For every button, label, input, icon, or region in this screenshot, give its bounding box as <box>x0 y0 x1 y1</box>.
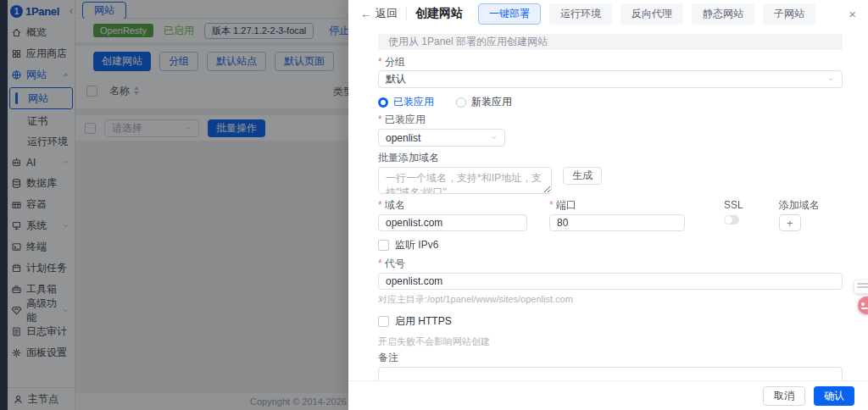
domain-label: 域名 <box>378 199 527 211</box>
drawer-title: 创建网站 <box>415 6 463 21</box>
radio-dot-icon <box>456 97 466 108</box>
https-label: 启用 HTTPS <box>395 314 452 329</box>
add-domain-button[interactable]: + <box>779 214 801 231</box>
bulk-domain-label: 批量添加域名 <box>378 152 843 163</box>
installed-app-radio[interactable]: 已装应用 <box>378 95 434 109</box>
confirm-button[interactable]: 确认 <box>814 386 854 406</box>
tab-static-website[interactable]: 静态网站 <box>692 3 754 25</box>
ssl-label: SSL <box>724 199 743 211</box>
installed-app-label: 已装应用 <box>378 114 843 125</box>
domain-input[interactable] <box>378 214 527 231</box>
https-checkbox[interactable] <box>378 316 389 327</box>
remark-textarea[interactable] <box>378 367 843 380</box>
ipv6-checkbox-row[interactable]: 监听 IPv6 <box>378 238 843 252</box>
back-arrow-icon: ← <box>360 8 371 20</box>
https-checkbox-row[interactable]: 启用 HTTPS <box>378 314 843 329</box>
chevron-down-icon <box>827 75 835 83</box>
installed-app-select[interactable]: openlist <box>378 129 505 147</box>
tab-one-click-deploy[interactable]: 一键部署 <box>478 3 541 25</box>
port-label: 端口 <box>549 199 685 211</box>
alias-input[interactable] <box>378 273 843 290</box>
alias-label: 代号 <box>378 258 843 269</box>
new-app-radio[interactable]: 新装应用 <box>456 95 512 109</box>
domain-port-row: 域名 端口 SSL 添加域名 + <box>378 199 843 231</box>
generate-button[interactable]: 生成 <box>563 167 602 185</box>
bulk-domain-row: 生成 <box>378 167 843 194</box>
tab-subsite[interactable]: 子网站 <box>763 3 815 25</box>
app-source-radios: 已装应用 新装应用 <box>378 95 843 109</box>
remark-label: 备注 <box>378 352 843 363</box>
create-website-drawer: ← 返回 创建网站 一键部署 运行环境 反向代理 静态网站 子网站 × 使用从 … <box>348 0 868 410</box>
close-icon[interactable]: × <box>849 8 856 20</box>
group-label: 分组 <box>378 56 843 68</box>
ipv6-checkbox[interactable] <box>378 240 389 251</box>
header-divider <box>406 8 407 19</box>
info-banner: 使用从 1Panel 部署的应用创建网站 <box>378 34 843 50</box>
tab-reverse-proxy[interactable]: 反向代理 <box>620 3 683 25</box>
tab-runtime[interactable]: 运行环境 <box>549 3 612 25</box>
back-button[interactable]: ← 返回 <box>360 6 398 21</box>
ssl-toggle[interactable] <box>724 215 739 224</box>
ipv6-label: 监听 IPv6 <box>395 238 438 252</box>
add-domain-label: 添加域名 <box>779 199 820 211</box>
drawer-header: ← 返回 创建网站 一键部署 运行环境 反向代理 静态网站 子网站 × <box>348 0 868 27</box>
drawer-footer: 取消 确认 <box>348 380 868 410</box>
drawer-form: 使用从 1Panel 部署的应用创建网站 分组 默认 已装应用 新装应用 已装应… <box>348 27 868 380</box>
cancel-button[interactable]: 取消 <box>763 386 805 406</box>
chevron-down-icon <box>490 134 498 141</box>
assistant-button[interactable] <box>858 296 868 314</box>
port-input[interactable] <box>549 214 685 231</box>
radio-dot-icon <box>378 97 388 108</box>
app-screen: 1 1Panel ‹ 概览 应用商店 网站 网站 证书 运行环境 AI <box>0 0 868 410</box>
floating-mini-card[interactable] <box>854 280 868 293</box>
alias-hint: 对应主目录:/opt/1panel/www/sites/openlist.com <box>378 293 843 306</box>
https-hint: 开启失败不会影响网站创建 <box>378 335 843 348</box>
bulk-domain-textarea[interactable] <box>378 167 552 194</box>
deploy-mode-tabs: 一键部署 运行环境 反向代理 静态网站 子网站 <box>478 3 815 25</box>
floating-widget <box>848 280 868 321</box>
group-select[interactable]: 默认 <box>378 70 843 88</box>
